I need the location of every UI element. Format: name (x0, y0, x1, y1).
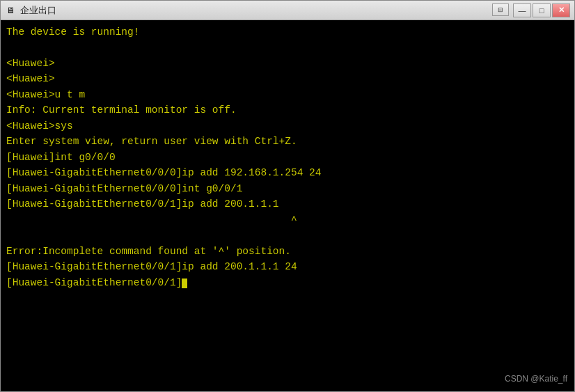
window-title: 企业出口 (20, 4, 492, 17)
terminal-line: <Huawei> (6, 71, 569, 86)
minimize-button[interactable]: — (513, 3, 531, 17)
terminal-line: [Huawei]int g0/0/0 (6, 150, 569, 165)
terminal-line (6, 228, 569, 243)
terminal-line: [Huawei-GigabitEthernet0/0/0]int g0/0/1 (6, 181, 569, 196)
maximize-button[interactable]: □ (533, 3, 551, 17)
watermark: CSDN @Katie_ff (505, 373, 567, 386)
terminal-line: Error:Incomplete command found at '^' po… (6, 244, 569, 259)
terminal-line: [Huawei-GigabitEthernet0/0/1]ip add 200.… (6, 259, 569, 274)
terminal-line: Enter system view, return user view with… (6, 134, 569, 149)
terminal-cursor (182, 279, 187, 288)
window-icon: 🖥 (5, 5, 16, 16)
title-bar: 🖥 企业出口 ⊟ — □ ✕ (1, 1, 574, 20)
terminal-line: The device is running! (6, 24, 569, 40)
terminal-line: [Huawei-GigabitEthernet0/0/1]ip add 200.… (6, 196, 569, 212)
main-window: 🖥 企业出口 ⊟ — □ ✕ The device is running!<Hu… (0, 0, 575, 392)
group-button[interactable]: ⊟ (492, 3, 509, 16)
terminal-line: Info: Current terminal monitor is off. (6, 102, 569, 118)
terminal-line (6, 40, 569, 55)
terminal-line: <Huawei>u t m (6, 87, 569, 102)
terminal-line: <Huawei>sys (6, 118, 569, 134)
terminal-content: The device is running!<Huawei><Huawei><H… (6, 24, 569, 290)
terminal-line: [Huawei-GigabitEthernet0/0/1] (6, 275, 569, 290)
close-button[interactable]: ✕ (552, 3, 570, 17)
terminal-line: [Huawei-GigabitEthernet0/0/0]ip add 192.… (6, 165, 569, 180)
terminal-line: ^ (6, 212, 569, 228)
title-bar-buttons: ⊟ — □ ✕ (492, 3, 570, 17)
terminal-output[interactable]: The device is running!<Huawei><Huawei><H… (1, 20, 574, 391)
terminal-line: <Huawei> (6, 56, 569, 71)
